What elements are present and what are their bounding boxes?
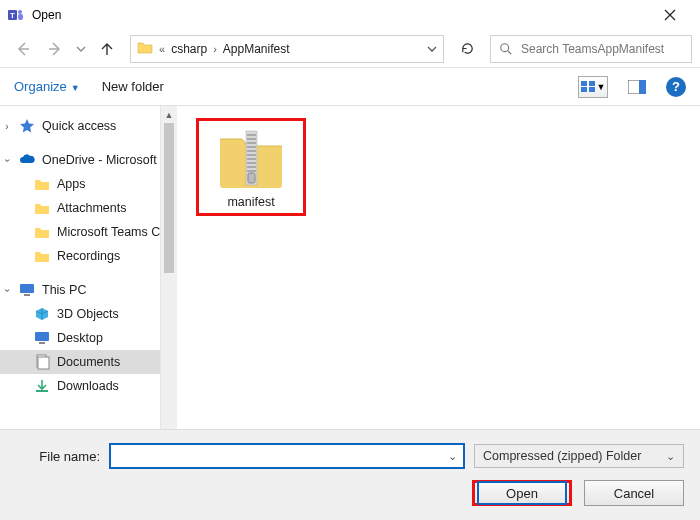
- svg-point-4: [501, 43, 509, 51]
- chevron-right-icon: ›: [2, 121, 12, 132]
- pc-icon: [19, 282, 35, 298]
- refresh-icon: [460, 41, 475, 56]
- caret-down-icon: ▼: [597, 82, 606, 92]
- preview-pane-button[interactable]: [622, 76, 652, 98]
- up-button[interactable]: [92, 35, 122, 63]
- recent-locations-button[interactable]: [72, 35, 90, 63]
- view-icon: [581, 81, 595, 92]
- organize-menu[interactable]: Organize▼: [14, 79, 80, 94]
- tree-documents[interactable]: Documents: [0, 350, 160, 374]
- close-button[interactable]: [648, 0, 692, 30]
- organize-label: Organize: [14, 79, 67, 94]
- file-list[interactable]: manifest: [178, 106, 700, 444]
- teams-app-icon: T: [8, 7, 24, 23]
- forward-button[interactable]: [40, 35, 70, 63]
- tree-3d-objects[interactable]: 3D Objects: [0, 302, 160, 326]
- breadcrumb-csharp[interactable]: csharp: [171, 42, 207, 56]
- svg-text:T: T: [10, 11, 15, 20]
- tree-label: Apps: [57, 177, 86, 191]
- tree-label: Microsoft Teams Chat Files: [57, 225, 160, 239]
- scroll-thumb[interactable]: [164, 123, 174, 273]
- tree-recordings[interactable]: Recordings: [0, 244, 160, 268]
- svg-rect-3: [18, 14, 23, 20]
- arrow-right-icon: [47, 41, 63, 57]
- chevron-right-icon: ›: [213, 43, 217, 55]
- svg-rect-5: [581, 81, 587, 86]
- breadcrumb-appmanifest[interactable]: AppManifest: [223, 42, 290, 56]
- new-folder-button[interactable]: New folder: [102, 79, 164, 94]
- scroll-up-icon[interactable]: ▲: [161, 106, 177, 123]
- tree-desktop[interactable]: Desktop: [0, 326, 160, 350]
- open-button-highlight: Open: [472, 480, 572, 506]
- close-icon: [664, 9, 676, 21]
- tree-apps[interactable]: Apps: [0, 172, 160, 196]
- address-bar[interactable]: « csharp › AppManifest: [130, 35, 444, 63]
- desktop-icon: [34, 330, 50, 346]
- search-icon: [499, 42, 513, 56]
- chevron-down-icon: [76, 44, 86, 54]
- tree-downloads[interactable]: Downloads: [0, 374, 160, 398]
- filename-label: File name:: [26, 449, 100, 464]
- svg-rect-11: [20, 284, 34, 293]
- onedrive-icon: [19, 152, 35, 168]
- tree-quick-access[interactable]: › Quick access: [0, 114, 160, 138]
- arrow-up-icon: [99, 41, 115, 57]
- search-box[interactable]: [490, 35, 692, 63]
- help-button[interactable]: ?: [666, 77, 686, 97]
- cancel-label: Cancel: [614, 486, 654, 501]
- tree-label: This PC: [42, 283, 86, 297]
- svg-rect-29: [248, 173, 255, 183]
- chevron-down-icon: ›: [2, 155, 13, 165]
- filter-label: Compressed (zipped) Folder: [483, 449, 641, 463]
- svg-rect-7: [581, 87, 587, 92]
- open-button[interactable]: Open: [477, 481, 567, 505]
- filename-combobox[interactable]: ⌄: [110, 444, 464, 468]
- svg-rect-17: [36, 390, 48, 392]
- svg-rect-16: [38, 357, 49, 369]
- tree-label: Documents: [57, 355, 120, 369]
- chevron-down-icon[interactable]: ⌄: [448, 450, 457, 463]
- documents-icon: [34, 354, 50, 370]
- folder-icon: [34, 200, 50, 216]
- svg-rect-13: [35, 332, 49, 341]
- folder-icon: [34, 224, 50, 240]
- tree-label: Quick access: [42, 119, 116, 133]
- svg-rect-12: [24, 294, 30, 296]
- file-manifest[interactable]: manifest: [196, 118, 306, 216]
- folder-icon: [137, 39, 153, 59]
- filename-input[interactable]: [117, 449, 448, 463]
- folder-icon: [34, 248, 50, 264]
- downloads-icon: [34, 378, 50, 394]
- zip-folder-icon: [216, 127, 286, 189]
- chevron-down-icon: ⌄: [666, 450, 675, 463]
- file-type-filter[interactable]: Compressed (zipped) Folder ⌄: [474, 444, 684, 468]
- tree-label: Recordings: [57, 249, 120, 263]
- tree-msteams[interactable]: Microsoft Teams Chat Files: [0, 220, 160, 244]
- tree-label: 3D Objects: [57, 307, 119, 321]
- search-input[interactable]: [521, 42, 683, 56]
- help-icon: ?: [672, 79, 680, 94]
- chevron-down-icon: [427, 44, 437, 54]
- chevron-down-icon: ›: [2, 285, 13, 295]
- tree-this-pc[interactable]: › This PC: [0, 278, 160, 302]
- tree-label: Downloads: [57, 379, 119, 393]
- back-button[interactable]: [8, 35, 38, 63]
- address-dropdown[interactable]: [427, 40, 437, 58]
- svg-rect-14: [39, 342, 45, 344]
- sidebar-scrollbar[interactable]: ▲ ▼: [160, 106, 177, 444]
- arrow-left-icon: [15, 41, 31, 57]
- refresh-button[interactable]: [450, 35, 484, 63]
- svg-point-2: [18, 10, 22, 14]
- tree-label: Desktop: [57, 331, 103, 345]
- tree-onedrive[interactable]: › OneDrive - Microsoft: [0, 148, 160, 172]
- file-label: manifest: [227, 195, 274, 209]
- view-mode-button[interactable]: ▼: [578, 76, 608, 98]
- tree-label: OneDrive - Microsoft: [42, 153, 157, 167]
- folder-icon: [34, 176, 50, 192]
- window-title: Open: [32, 8, 648, 22]
- navigation-tree: › Quick access › OneDrive - Microsoft Ap…: [0, 106, 160, 444]
- tree-attachments[interactable]: Attachments: [0, 196, 160, 220]
- svg-rect-8: [589, 87, 595, 92]
- preview-pane-icon: [628, 80, 646, 94]
- cancel-button[interactable]: Cancel: [584, 480, 684, 506]
